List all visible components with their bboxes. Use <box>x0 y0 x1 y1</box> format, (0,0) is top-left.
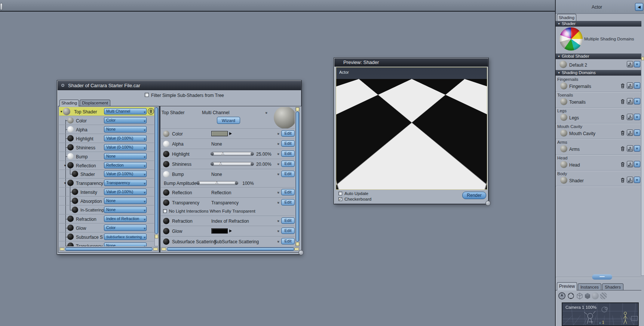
slider-thumb[interactable]: △ <box>219 161 222 165</box>
tree-dropdown-reflection-shader[interactable]: Value (0-100%)» <box>104 171 147 177</box>
trash-icon[interactable] <box>620 115 625 120</box>
sidebar-scrollbar[interactable] <box>641 56 644 276</box>
window-resize-handle[interactable] <box>485 201 491 206</box>
shading-domains-header[interactable]: ▼Shading Domains <box>556 70 641 76</box>
shader-window-titlebar[interactable]: Shader of Carrara Starter File.car <box>58 81 301 90</box>
auto-update-checkbox[interactable] <box>338 192 342 195</box>
tree-row-refraction[interactable]: Refraction Index of Refraction» <box>59 214 154 223</box>
collapse-panel-button[interactable]: ◀ <box>635 3 643 11</box>
global-shader-row[interactable]: Default 2 » <box>556 59 641 70</box>
chevron-double-icon[interactable]: » <box>276 163 280 165</box>
trash-icon[interactable] <box>620 162 625 167</box>
shader-expand-button[interactable]: » <box>634 114 640 120</box>
bottom-tab-preview[interactable]: Preview <box>557 282 577 290</box>
scrollbar-thumb[interactable] <box>65 247 153 251</box>
tab-displacement[interactable]: Displacement <box>80 100 110 106</box>
scrollbar-cap[interactable] <box>162 248 166 250</box>
tree-dropdown-highlight[interactable]: Value (0-100%)» <box>104 135 147 141</box>
camera-preview-viewport[interactable]: Camera 1 100% « 1 <box>562 302 639 326</box>
shader-branch-icon[interactable] <box>627 177 633 183</box>
chevron-double-icon[interactable]: » <box>276 202 280 204</box>
domain-section-legs[interactable]: Legs Legs » <box>556 108 641 124</box>
tree-row-reflection[interactable]: ▼ Reflection Reflection» <box>59 161 154 170</box>
shininess-slider[interactable]: △ <box>211 162 254 166</box>
tree-row-highlight[interactable]: Highlight Value (0-100%)» <box>59 134 154 143</box>
chevron-double-icon[interactable]: » <box>264 112 269 114</box>
trash-icon[interactable] <box>148 108 154 115</box>
tree-dropdown-translucency[interactable]: None» <box>104 243 147 246</box>
tree-dropdown-reflection[interactable]: Reflection» <box>104 162 147 168</box>
tree-dropdown-transparency[interactable]: Transparency» <box>104 180 147 186</box>
toolbar-grip-icon[interactable] <box>0 3 3 10</box>
chevron-double-icon[interactable]: » <box>276 241 280 243</box>
edit-transparency-button[interactable]: Edit <box>281 199 295 205</box>
bottom-tab-shaders[interactable]: Shaders <box>602 283 623 290</box>
shaded-sphere-icon[interactable] <box>592 292 599 299</box>
shader-branch-icon[interactable] <box>627 82 633 89</box>
bump-amplitude-slider[interactable]: △ <box>196 181 238 185</box>
highlight-slider[interactable]: △ <box>211 152 254 156</box>
scrollbar-cap[interactable] <box>153 248 158 250</box>
tree-dropdown-color[interactable]: Color» <box>104 117 147 124</box>
compass-icon[interactable] <box>558 292 566 300</box>
tree-dropdown-glow[interactable]: Color» <box>104 225 147 231</box>
tree-dropdown-in-scattering[interactable]: None» <box>104 207 147 213</box>
trackball-icon[interactable] <box>567 292 575 300</box>
trash-icon[interactable] <box>620 146 625 152</box>
scrollbar-thumb[interactable] <box>296 112 299 242</box>
detail-vertical-scrollbar[interactable] <box>295 107 300 246</box>
shader-branch-icon[interactable] <box>627 61 633 67</box>
chevron-double-icon[interactable]: » <box>276 220 280 222</box>
global-shader-header[interactable]: ▼Global Shader <box>556 54 641 59</box>
tree-row-intensity[interactable]: Intensity Value (0-100%)» <box>59 188 154 196</box>
edit-bump-button[interactable]: Edit <box>281 171 295 177</box>
tree-dropdown-alpha[interactable]: None» <box>104 126 147 132</box>
preview-titlebar[interactable]: Preview: Shader <box>334 58 488 67</box>
expand-triangle-icon[interactable]: ▼ <box>64 164 67 167</box>
edit-highlight-button[interactable]: Edit <box>281 150 295 157</box>
render-button[interactable]: Render <box>462 192 486 199</box>
shader-section-header[interactable]: ▼Shader <box>556 21 641 27</box>
multi-domain-sphere[interactable] <box>559 27 583 51</box>
chevron-double-icon[interactable]: » <box>276 143 280 145</box>
solid-cube-icon[interactable] <box>584 292 591 300</box>
tree-row-color[interactable]: Color Color» <box>59 116 154 125</box>
tree-row-translucency[interactable]: Translucency None» <box>59 241 154 246</box>
edit-color-button[interactable]: Edit <box>281 130 295 137</box>
shader-expand-button[interactable]: » <box>634 98 640 104</box>
tab-shading[interactable]: Shading <box>59 100 79 106</box>
scrollbar-thumb[interactable] <box>167 247 294 251</box>
checkerboard-checkbox[interactable]: ✓ <box>338 197 342 201</box>
shader-branch-icon[interactable] <box>627 130 633 136</box>
tree-horizontal-scrollbar[interactable] <box>59 247 159 251</box>
domain-section-head[interactable]: Head Head » <box>556 155 641 171</box>
edit-alpha-button[interactable]: Edit <box>281 140 295 147</box>
edit-refraction-button[interactable]: Edit <box>281 217 295 224</box>
chevron-double-icon[interactable]: » <box>276 230 280 232</box>
shader-branch-icon[interactable] <box>627 114 633 120</box>
tree-dropdown-subsurface[interactable]: SubSurface Scattering» <box>104 234 147 240</box>
shader-expand-button[interactable]: » <box>634 177 640 183</box>
scrollbar-cap[interactable] <box>60 248 64 250</box>
domain-section-toenails[interactable]: Toenails Toenails » <box>556 92 641 108</box>
no-light-checkbox[interactable] <box>163 209 167 213</box>
tree-dropdown-top-shader[interactable]: Multi Channel» <box>104 108 147 115</box>
tree-row-glow[interactable]: Glow Color» <box>59 223 154 232</box>
shader-expand-button[interactable]: » <box>634 61 640 67</box>
chevron-double-icon[interactable]: » <box>276 192 280 194</box>
tree-dropdown-shininess[interactable]: Value (0-100%)» <box>104 144 147 150</box>
detail-horizontal-scrollbar[interactable] <box>161 247 300 251</box>
tree-row-shininess[interactable]: Shininess Value (0-100%)» <box>59 143 154 152</box>
shader-expand-button[interactable]: » <box>634 145 640 152</box>
domain-section-mouth-cavity[interactable]: Mouth Cavity Mouth Cavity » <box>556 124 641 139</box>
tree-dropdown-bump[interactable]: None» <box>104 153 147 159</box>
domain-section-body[interactable]: Body Shader » <box>556 171 641 186</box>
scrollbar-cap[interactable] <box>296 242 299 246</box>
trash-icon[interactable] <box>620 99 625 104</box>
scrollbar-cap[interactable] <box>296 107 299 111</box>
scrollbar-cap[interactable] <box>155 235 158 238</box>
sidebar-tab-shading[interactable]: Shading <box>557 14 576 21</box>
color-swatch[interactable] <box>211 131 228 136</box>
tree-row-reflection-shader[interactable]: Shader Value (0-100%)» <box>59 170 154 179</box>
shader-branch-icon[interactable] <box>627 161 633 167</box>
